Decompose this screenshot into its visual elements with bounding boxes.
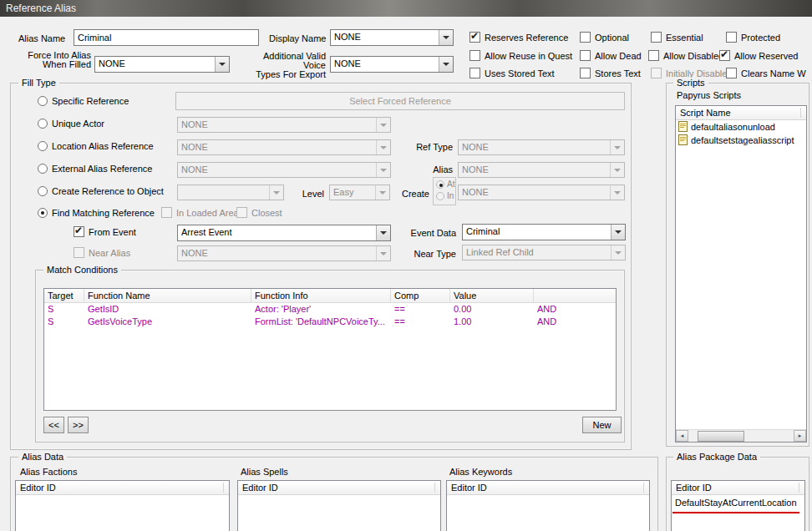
checkbox-label: Initially Disabled: [666, 68, 732, 78]
combo-value: NONE: [331, 57, 439, 72]
allow-disabled-checkbox[interactable]: Allow Disabled: [648, 50, 723, 61]
scroll-left-button[interactable]: ◂: [676, 430, 688, 442]
header-divider[interactable]: [800, 108, 801, 118]
combo-value: NONE: [178, 163, 376, 177]
papyrus-scripts-list[interactable]: Script Name defaultaliasonunload default…: [675, 105, 807, 442]
papyrus-scripts-label: Papyrus Scripts: [677, 90, 741, 100]
event-data-combo[interactable]: Criminal: [462, 224, 626, 240]
alias-keywords-label: Alias Keywords: [449, 467, 512, 477]
alias-combo: NONE: [458, 162, 625, 178]
chevron-down-icon: [443, 36, 449, 39]
checkbox-label: Optional: [595, 33, 629, 43]
radio-label: In: [447, 191, 454, 200]
specific-reference-radio[interactable]: Specific Reference: [38, 96, 129, 106]
script-name: defaultaliasonunload: [691, 122, 775, 132]
location-alias-reference-radio[interactable]: Location Alias Reference: [38, 141, 154, 151]
combo-value: Criminal: [463, 225, 611, 240]
checkbox-box: [580, 50, 591, 61]
allow-reserved-checkbox[interactable]: Allow Reserved: [719, 50, 798, 61]
force-into-alias-combo[interactable]: NONE: [94, 56, 230, 73]
combo-dropdown-button[interactable]: [376, 225, 390, 240]
column-header-function-name[interactable]: Function Name: [84, 289, 251, 302]
create-reference-to-object-radio[interactable]: Create Reference to Object: [38, 186, 164, 196]
combo-dropdown-button[interactable]: [439, 30, 453, 45]
conditions-table[interactable]: Target Function Name Function Info Comp …: [43, 288, 617, 411]
closest-checkbox: Closest: [236, 207, 282, 218]
radio-circle: [38, 164, 48, 174]
header-divider[interactable]: [223, 483, 224, 493]
optional-checkbox[interactable]: Optional: [580, 32, 629, 43]
clears-name-checkbox[interactable]: Clears Name W: [726, 68, 806, 78]
header-divider[interactable]: [434, 483, 435, 493]
alias-name-label: Alias Name: [18, 33, 65, 43]
protected-checkbox[interactable]: Protected: [726, 32, 780, 43]
condition-row[interactable]: S GetIsID Actor: 'Player' == 0.00 AND: [44, 303, 616, 316]
cell-target: S: [44, 316, 84, 328]
alias-package-data-group-title: Alias Package Data: [673, 452, 760, 462]
script-list-item[interactable]: defaultaliasonunload: [676, 120, 806, 134]
combo-value: Arrest Event: [178, 225, 376, 240]
alias-spells-list[interactable]: Editor ID: [237, 480, 441, 531]
chevron-down-icon: [380, 231, 387, 235]
unique-actor-radio[interactable]: Unique Actor: [38, 119, 104, 129]
radio-circle: [436, 192, 444, 200]
factions-list-header[interactable]: Editor ID: [16, 481, 229, 495]
external-alias-reference-radio[interactable]: External Alias Reference: [38, 164, 152, 174]
condition-row[interactable]: S GetIsVoiceType FormList: 'DefaultNPCVo…: [44, 316, 616, 328]
radio-circle: [38, 96, 48, 106]
column-header-value[interactable]: Value: [450, 289, 534, 302]
create-target-combo: NONE: [458, 185, 625, 200]
reserves-reference-checkbox[interactable]: Reserves Reference: [469, 32, 568, 43]
cell-function-name: GetIsVoiceType: [84, 316, 251, 328]
alias-factions-list[interactable]: Editor ID: [15, 480, 230, 531]
stores-text-checkbox[interactable]: Stores Text: [580, 68, 641, 78]
column-header-target[interactable]: Target: [44, 289, 84, 302]
cell-function-info: Actor: 'Player': [251, 303, 391, 316]
column-header-function-info[interactable]: Function Info: [251, 289, 391, 302]
new-condition-button[interactable]: New: [582, 417, 622, 433]
titlebar[interactable]: Reference Alias: [0, 0, 812, 17]
combo-dropdown-button[interactable]: [611, 225, 625, 240]
package-list-header[interactable]: Editor ID: [672, 481, 804, 495]
column-header-editor-id: Editor ID: [676, 483, 712, 493]
cell-operator: AND: [534, 303, 616, 316]
display-name-label: Display Name: [269, 33, 326, 43]
horizontal-scrollbar[interactable]: ◂ ▸: [676, 429, 806, 442]
conditions-prev-button[interactable]: <<: [43, 417, 64, 433]
header-divider[interactable]: [643, 483, 644, 493]
checkbox-label: In Loaded Area: [176, 208, 239, 218]
spells-list-header[interactable]: Editor ID: [238, 481, 440, 495]
radio-label: At: [447, 180, 454, 189]
column-header-blank[interactable]: [534, 289, 616, 302]
allow-reuse-in-quest-checkbox[interactable]: Allow Reuse in Quest: [469, 50, 572, 61]
combo-dropdown-button[interactable]: [215, 57, 229, 72]
from-event-combo[interactable]: Arrest Event: [177, 225, 391, 241]
scroll-right-button[interactable]: ▸: [794, 430, 806, 442]
find-matching-reference-radio[interactable]: Find Matching Reference: [38, 208, 155, 218]
from-event-checkbox[interactable]: From Event: [74, 226, 136, 237]
cell-value: 1.00: [450, 316, 534, 328]
reference-alias-dialog: Reference Alias Alias Name Display Name …: [0, 0, 812, 531]
essential-checkbox[interactable]: Essential: [651, 32, 703, 43]
alias-name-input[interactable]: [74, 29, 259, 46]
checkbox-label: Near Alias: [89, 248, 130, 258]
allow-dead-checkbox[interactable]: Allow Dead: [580, 50, 642, 61]
package-list-item[interactable]: DefaultStayAtCurrentLocation: [672, 495, 804, 508]
alias-keywords-list[interactable]: Editor ID: [446, 480, 650, 531]
column-header-comp[interactable]: Comp: [391, 289, 450, 302]
script-list-item[interactable]: defaultsetstagealiasscript: [676, 134, 806, 147]
alias-package-data-list[interactable]: Editor ID DefaultStayAtCurrentLocation: [671, 480, 805, 531]
scrollbar-thumb[interactable]: [698, 431, 744, 442]
chevron-down-icon: [380, 169, 387, 172]
keywords-list-header[interactable]: Editor ID: [447, 481, 649, 495]
uses-stored-text-checkbox[interactable]: Uses Stored Text: [469, 68, 555, 78]
combo-dropdown-button[interactable]: [439, 57, 453, 72]
level-label: Level: [287, 189, 324, 199]
voice-types-combo[interactable]: NONE: [330, 56, 454, 73]
column-header-editor-id: Editor ID: [242, 483, 278, 493]
header-divider[interactable]: [799, 483, 799, 493]
conditions-next-button[interactable]: >>: [68, 417, 89, 433]
script-list-header[interactable]: Script Name: [676, 106, 806, 120]
voice-types-line1: Additional Valid Voice: [239, 52, 326, 70]
display-name-combo[interactable]: NONE: [330, 29, 454, 46]
